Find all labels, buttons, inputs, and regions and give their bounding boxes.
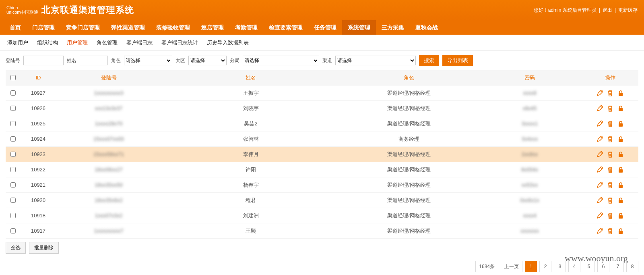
edit-icon[interactable] (597, 212, 603, 219)
delete-icon[interactable] (607, 197, 613, 204)
nav-item-8[interactable]: 任务管理 (308, 20, 342, 35)
row-checkbox[interactable] (10, 213, 16, 218)
edit-icon[interactable] (597, 105, 603, 112)
nav-item-0[interactable]: 首页 (4, 20, 27, 35)
delete-icon[interactable] (607, 90, 613, 96)
pager-prev[interactable]: 上一页 (501, 261, 522, 272)
delete-icon[interactable] (607, 212, 613, 219)
edit-icon[interactable] (597, 121, 603, 127)
lock-icon[interactable] (617, 197, 624, 204)
cell-role: 渠道经理/网格经理 (341, 177, 477, 193)
edit-icon[interactable] (597, 90, 603, 96)
cell-password: x6x45 (477, 101, 582, 116)
lock-icon[interactable] (617, 105, 624, 112)
name-input[interactable] (80, 56, 108, 65)
row-checkbox[interactable] (10, 90, 16, 96)
row-checkbox[interactable] (10, 167, 16, 172)
row-checkbox[interactable] (10, 136, 16, 142)
nav-item-6[interactable]: 考勤管理 (229, 20, 263, 35)
branch-select[interactable]: 请选择 (243, 56, 319, 65)
edit-icon[interactable] (597, 197, 603, 204)
select-all-button[interactable]: 全选 (6, 242, 26, 254)
subnav-item-5[interactable]: 客户端日志统计 (161, 39, 198, 46)
region-label: 大区 (175, 57, 185, 64)
logout-link[interactable]: 退出 (603, 7, 612, 14)
refresh-cache-link[interactable]: 更新缓存 (618, 7, 638, 14)
row-checkbox[interactable] (10, 121, 16, 126)
channel-select[interactable]: 请选择 (335, 56, 416, 65)
row-checkbox[interactable] (10, 228, 16, 233)
cell-name: 刘晓宇 (161, 101, 341, 116)
delete-icon[interactable] (607, 228, 613, 234)
pager-total[interactable]: 1634条 (475, 261, 498, 272)
branch-label: 分局 (230, 57, 239, 64)
subnav-item-0[interactable]: 添加用户 (7, 39, 28, 46)
lock-icon[interactable] (617, 136, 624, 142)
cell-password: xxxx4 (477, 208, 582, 223)
header-right: 您好！admin 系统后台管理员 | 退出 | 更新缓存 (534, 7, 638, 14)
nav-item-1[interactable]: 门店管理 (27, 20, 60, 35)
nav-item-9[interactable]: 系统管理 (342, 20, 376, 35)
subnav-item-3[interactable]: 角色管理 (97, 39, 118, 46)
table-row: 1092218xx06xx27许阳渠道经理/网格经理8x054x (6, 162, 638, 177)
table-row: 109181xxx07x3x2刘建洲渠道经理/网格经理xxxx4 (6, 208, 638, 223)
edit-icon[interactable] (597, 151, 603, 158)
pager-page-4[interactable]: 4 (568, 261, 580, 272)
pager-page-3[interactable]: 3 (554, 261, 566, 272)
delete-icon[interactable] (607, 182, 613, 188)
edit-icon[interactable] (597, 167, 603, 173)
nav-item-2[interactable]: 竞争门店管理 (60, 20, 105, 35)
batch-delete-button[interactable]: 批量删除 (29, 242, 59, 254)
nav-item-10[interactable]: 三方采集 (376, 20, 410, 35)
cell-login: 18xx30xx50 (56, 177, 161, 193)
cell-name: 杨春宇 (161, 177, 341, 193)
cell-name: 李伟月 (161, 147, 341, 162)
cell-role: 渠道经理/网格经理 (341, 147, 477, 162)
row-checkbox[interactable] (10, 106, 16, 111)
delete-icon[interactable] (607, 167, 613, 173)
search-button[interactable]: 搜索 (419, 55, 439, 66)
pager-page-6[interactable]: 6 (597, 261, 609, 272)
subnav-item-4[interactable]: 客户端日志 (126, 39, 153, 46)
lock-icon[interactable] (617, 212, 624, 219)
select-all-checkbox[interactable] (10, 75, 16, 80)
pager-page-7[interactable]: 7 (612, 261, 624, 272)
lock-icon[interactable] (617, 90, 624, 96)
region-select[interactable]: 请选择 (188, 56, 227, 65)
subnav-item-2[interactable]: 用户管理 (67, 39, 88, 46)
nav-item-5[interactable]: 巡店管理 (196, 20, 229, 35)
nav-item-4[interactable]: 装修验收管理 (151, 20, 196, 35)
delete-icon[interactable] (607, 121, 613, 127)
cell-login: 18xx35x6x2 (56, 193, 161, 208)
delete-icon[interactable] (607, 136, 613, 142)
lock-icon[interactable] (617, 228, 624, 234)
lock-icon[interactable] (617, 182, 624, 188)
lock-icon[interactable] (617, 121, 624, 127)
row-checkbox[interactable] (10, 198, 16, 203)
pager-page-1[interactable]: 1 (525, 261, 537, 272)
login-label: 登陆号 (6, 57, 20, 64)
export-button[interactable]: 导出列表 (442, 55, 473, 66)
pager-page-2[interactable]: 2 (539, 261, 551, 272)
role-select[interactable]: 请选择 (124, 56, 172, 65)
row-checkbox[interactable] (10, 182, 16, 188)
cell-role: 渠道经理/网格经理 (341, 116, 477, 131)
edit-icon[interactable] (597, 182, 603, 188)
delete-icon[interactable] (607, 105, 613, 112)
cell-name: 张智林 (161, 131, 341, 147)
nav-item-7[interactable]: 检查要素管理 (263, 20, 308, 35)
edit-icon[interactable] (597, 228, 603, 234)
subnav-item-1[interactable]: 组织结构 (37, 39, 58, 46)
subnav-item-6[interactable]: 历史导入数据列表 (207, 39, 249, 46)
delete-icon[interactable] (607, 151, 613, 158)
login-input[interactable] (23, 56, 64, 65)
pager-page-8[interactable]: 8 (626, 261, 638, 272)
nav-item-3[interactable]: 弹性渠道管理 (105, 20, 151, 35)
pager-page-5[interactable]: 5 (583, 261, 595, 272)
nav-item-11[interactable]: 夏秋会战 (410, 20, 444, 35)
lock-icon[interactable] (617, 167, 624, 173)
edit-icon[interactable] (597, 136, 603, 142)
lock-icon[interactable] (617, 151, 624, 158)
cell-name: 王颖 (161, 223, 341, 239)
row-checkbox[interactable] (10, 152, 16, 157)
